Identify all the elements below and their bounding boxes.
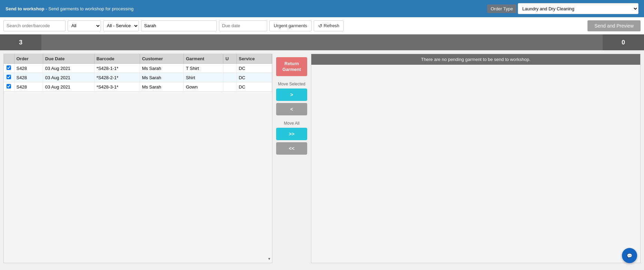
col-service: Service bbox=[237, 54, 272, 64]
row-customer-1: Ms Sarah bbox=[140, 73, 183, 82]
row-garment-1: Shirt bbox=[184, 73, 223, 82]
table-row: S428 03 Aug 2021 *S428-2-1* Ms Sarah Shi… bbox=[4, 73, 272, 82]
row-order-0: S428 bbox=[14, 64, 43, 73]
move-all-right-button[interactable]: >> bbox=[276, 128, 307, 140]
urgent-garments-button[interactable]: Urgent garments bbox=[269, 20, 312, 31]
right-panel-header: There are no pending garment to be send … bbox=[311, 54, 640, 65]
col-barcode: Barcode bbox=[94, 54, 140, 64]
col-order: Order bbox=[14, 54, 43, 64]
row-u-0 bbox=[223, 64, 237, 73]
row-due-date-0: 03 Aug 2021 bbox=[43, 64, 94, 73]
chat-icon-symbol: 💬 bbox=[627, 253, 632, 258]
col-garment: Garment bbox=[184, 54, 223, 64]
left-panel: Order Due Date Barcode Customer Garment … bbox=[3, 54, 272, 263]
right-panel: There are no pending garment to be send … bbox=[311, 54, 641, 263]
customer-input[interactable] bbox=[141, 20, 217, 31]
col-customer: Customer bbox=[140, 54, 183, 64]
order-type-label: Order Type bbox=[487, 4, 516, 13]
middle-panel: ReturnGarment Move Selected > < Move All… bbox=[274, 54, 309, 263]
order-type-container: Order Type Laundry and Dry CleaningTailo… bbox=[487, 3, 638, 14]
page-title-bold: Send to workshop bbox=[6, 6, 44, 11]
row-garment-0: T Shirt bbox=[184, 64, 223, 73]
row-order-2: S428 bbox=[14, 82, 43, 92]
search-input[interactable] bbox=[3, 20, 66, 31]
toolbar: AllPendingCompleted All - ServiceDCLaund… bbox=[0, 17, 644, 34]
count-middle bbox=[41, 34, 603, 50]
garments-table: Order Due Date Barcode Customer Garment … bbox=[4, 54, 272, 92]
refresh-button[interactable]: ↺ Refresh bbox=[314, 20, 344, 31]
move-left-button[interactable]: < bbox=[276, 103, 307, 115]
order-type-select[interactable]: Laundry and Dry CleaningTailoringAlterat… bbox=[518, 3, 638, 14]
row-barcode-2: *S428-3-1* bbox=[94, 82, 140, 92]
refresh-label: Refresh bbox=[324, 23, 340, 28]
row-checkbox-0[interactable] bbox=[4, 64, 14, 73]
row-checkbox-2[interactable] bbox=[4, 82, 14, 92]
row-checkbox-1[interactable] bbox=[4, 73, 14, 82]
col-u: U bbox=[223, 54, 237, 64]
row-customer-0: Ms Sarah bbox=[140, 64, 183, 73]
row-due-date-2: 03 Aug 2021 bbox=[43, 82, 94, 92]
refresh-icon: ↺ bbox=[318, 23, 322, 29]
col-checkbox bbox=[4, 54, 14, 64]
filter-all-select[interactable]: AllPendingCompleted bbox=[68, 20, 101, 31]
page-title: Send to workshop - Send garments to work… bbox=[6, 6, 133, 12]
main-content: Order Due Date Barcode Customer Garment … bbox=[0, 50, 644, 267]
col-due-date: Due Date bbox=[43, 54, 94, 64]
scroll-indicator: ▼ bbox=[267, 255, 271, 262]
send-preview-button[interactable]: Send and Preview bbox=[587, 20, 641, 31]
table-header: Order Due Date Barcode Customer Garment … bbox=[4, 54, 272, 64]
row-barcode-1: *S428-2-1* bbox=[94, 73, 140, 82]
row-service-0: DC bbox=[237, 64, 272, 73]
page-title-rest: - Send garments to workshop for processi… bbox=[44, 6, 134, 11]
chat-icon[interactable]: 💬 bbox=[622, 248, 637, 263]
duedate-input[interactable] bbox=[219, 20, 267, 31]
count-left: 3 bbox=[0, 34, 41, 50]
filter-service-select[interactable]: All - ServiceDCLaundry bbox=[103, 20, 139, 31]
table-container[interactable]: Order Due Date Barcode Customer Garment … bbox=[4, 54, 272, 263]
row-service-2: DC bbox=[237, 82, 272, 92]
row-barcode-0: *S428-1-1* bbox=[94, 64, 140, 73]
row-u-1 bbox=[223, 73, 237, 82]
move-all-left-button[interactable]: << bbox=[276, 142, 307, 155]
table-row: S428 03 Aug 2021 *S428-1-1* Ms Sarah T S… bbox=[4, 64, 272, 73]
move-right-button[interactable]: > bbox=[276, 89, 307, 101]
row-u-2 bbox=[223, 82, 237, 92]
row-due-date-1: 03 Aug 2021 bbox=[43, 73, 94, 82]
row-order-1: S428 bbox=[14, 73, 43, 82]
return-garment-button[interactable]: ReturnGarment bbox=[276, 57, 307, 76]
row-customer-2: Ms Sarah bbox=[140, 82, 183, 92]
row-garment-2: Gown bbox=[184, 82, 223, 92]
move-selected-label: Move Selected bbox=[278, 82, 305, 86]
row-service-1: DC bbox=[237, 73, 272, 82]
count-bar: 3 0 bbox=[0, 34, 644, 50]
table-row: S428 03 Aug 2021 *S428-3-1* Ms Sarah Gow… bbox=[4, 82, 272, 92]
right-panel-body bbox=[311, 65, 640, 263]
count-right: 0 bbox=[603, 34, 644, 50]
page-header: Send to workshop - Send garments to work… bbox=[0, 0, 644, 17]
table-body: S428 03 Aug 2021 *S428-1-1* Ms Sarah T S… bbox=[4, 64, 272, 92]
move-all-label: Move All bbox=[284, 121, 299, 126]
